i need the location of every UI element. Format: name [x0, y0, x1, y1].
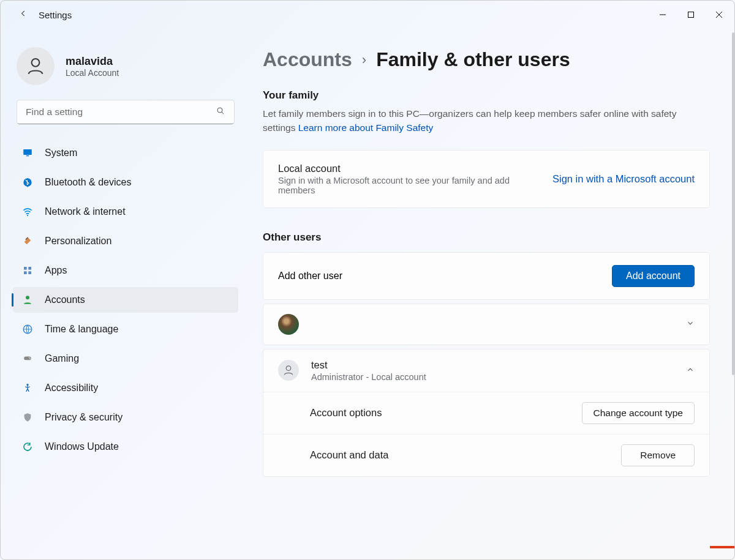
other-user-row-2: test Administrator - Local account Accou… [263, 349, 710, 477]
sidebar-item-network[interactable]: Network & internet [13, 199, 238, 225]
other-user-2-header[interactable]: test Administrator - Local account [263, 349, 709, 392]
sidebar-item-bluetooth[interactable]: Bluetooth & devices [13, 170, 238, 195]
update-icon [21, 441, 34, 453]
scrollbar[interactable] [732, 32, 734, 375]
sidebar-item-label: System [45, 147, 77, 159]
sidebar-item-privacy[interactable]: Privacy & security [13, 405, 238, 430]
user-block[interactable]: malavida Local Account [12, 41, 239, 100]
brush-icon [21, 235, 34, 247]
sidebar-item-label: Windows Update [45, 441, 119, 452]
svg-point-21 [26, 384, 28, 386]
local-account-subtitle: Sign in with a Microsoft account to see … [278, 176, 540, 195]
sidebar-item-label: Personalization [45, 236, 111, 247]
sidebar-item-update[interactable]: Windows Update [13, 434, 238, 460]
chevron-down-icon [686, 319, 695, 329]
other-user-row-1[interactable] [263, 304, 710, 345]
avatar-icon [17, 47, 55, 85]
accessibility-icon [21, 382, 34, 394]
annotation-arrow [710, 538, 734, 556]
username: malavida [66, 55, 119, 68]
apps-icon [21, 264, 34, 277]
sidebar-item-label: Accounts [45, 294, 85, 305]
sidebar-item-gaming[interactable]: Gaming [13, 346, 238, 371]
account-options-row: Account options Change account type [263, 392, 709, 434]
family-safety-link[interactable]: Learn more about Family Safety [298, 122, 434, 133]
sidebar-item-apps[interactable]: Apps [13, 258, 238, 283]
sidebar-item-label: Time & language [45, 324, 118, 335]
user-subtitle: Local Account [66, 68, 119, 78]
person-icon [21, 294, 34, 306]
svg-rect-13 [28, 267, 31, 270]
maximize-button[interactable] [677, 5, 705, 24]
svg-point-10 [27, 215, 28, 216]
breadcrumb-current: Family & other users [376, 48, 570, 71]
monitor-icon [21, 147, 34, 159]
svg-point-5 [217, 108, 222, 113]
sidebar-item-accessibility[interactable]: Accessibility [13, 375, 238, 401]
app-title: Settings [39, 10, 72, 20]
remove-button[interactable]: Remove [621, 444, 695, 466]
other-users-heading: Other users [263, 231, 710, 244]
sidebar-item-label: Bluetooth & devices [45, 177, 131, 188]
svg-point-20 [29, 358, 31, 359]
svg-point-19 [29, 357, 30, 358]
bluetooth-icon [21, 176, 34, 189]
change-account-type-button[interactable]: Change account type [582, 402, 695, 424]
chevron-up-icon [686, 365, 695, 376]
sidebar: malavida Local Account SystemBluetooth &… [1, 29, 246, 559]
your-family-description: Let family members sign in to this PC—or… [263, 106, 710, 135]
svg-rect-12 [24, 267, 27, 270]
sidebar-item-label: Network & internet [45, 206, 126, 217]
other-user-2-subtitle: Administrator - Local account [311, 372, 426, 382]
svg-rect-8 [26, 155, 29, 157]
local-account-card: Local account Sign in with a Microsoft a… [263, 150, 710, 208]
sign-in-ms-link[interactable]: Sign in with a Microsoft account [552, 173, 695, 185]
other-user-2-name: test [311, 359, 426, 371]
breadcrumb: Accounts › Family & other users [263, 48, 710, 71]
search-icon [216, 106, 225, 118]
account-options-label: Account options [310, 407, 382, 419]
sidebar-item-label: Gaming [45, 353, 79, 364]
sidebar-item-label: Accessibility [45, 383, 98, 394]
wifi-icon [21, 206, 34, 218]
svg-rect-1 [688, 12, 694, 18]
sidebar-item-accounts[interactable]: Accounts [13, 287, 238, 313]
close-button[interactable] [705, 5, 733, 24]
svg-rect-14 [24, 271, 27, 274]
user-avatar-photo [278, 314, 299, 335]
breadcrumb-parent[interactable]: Accounts [263, 48, 352, 71]
search-field[interactable] [26, 106, 216, 118]
sidebar-item-label: Apps [45, 265, 67, 276]
svg-point-22 [286, 366, 291, 371]
svg-point-4 [32, 59, 40, 67]
chevron-right-icon: › [362, 52, 366, 68]
add-other-user-card: Add other user Add account [263, 252, 710, 300]
add-other-user-label: Add other user [278, 271, 342, 282]
main-content: Accounts › Family & other users Your fam… [246, 29, 734, 559]
titlebar: Settings [1, 1, 734, 29]
shield-icon [21, 411, 34, 424]
svg-point-16 [26, 296, 29, 299]
sidebar-item-label: Privacy & security [45, 412, 123, 423]
globe-icon [21, 323, 34, 335]
svg-rect-15 [28, 271, 31, 274]
svg-line-6 [222, 112, 224, 114]
account-data-row: Account and data Remove [263, 434, 709, 476]
back-icon[interactable] [19, 9, 28, 20]
local-account-title: Local account [278, 163, 540, 174]
search-input[interactable] [17, 100, 235, 124]
svg-rect-7 [23, 149, 32, 155]
sidebar-item-time[interactable]: Time & language [13, 316, 238, 342]
sidebar-item-system[interactable]: System [13, 140, 238, 166]
your-family-heading: Your family [263, 89, 710, 102]
account-data-label: Account and data [310, 449, 388, 461]
user-avatar-icon [278, 360, 299, 381]
nav-list: SystemBluetooth & devicesNetwork & inter… [12, 140, 239, 460]
sidebar-item-personalization[interactable]: Personalization [13, 228, 238, 254]
gamepad-icon [21, 353, 34, 365]
minimize-button[interactable] [649, 5, 677, 24]
add-account-button[interactable]: Add account [612, 265, 695, 287]
